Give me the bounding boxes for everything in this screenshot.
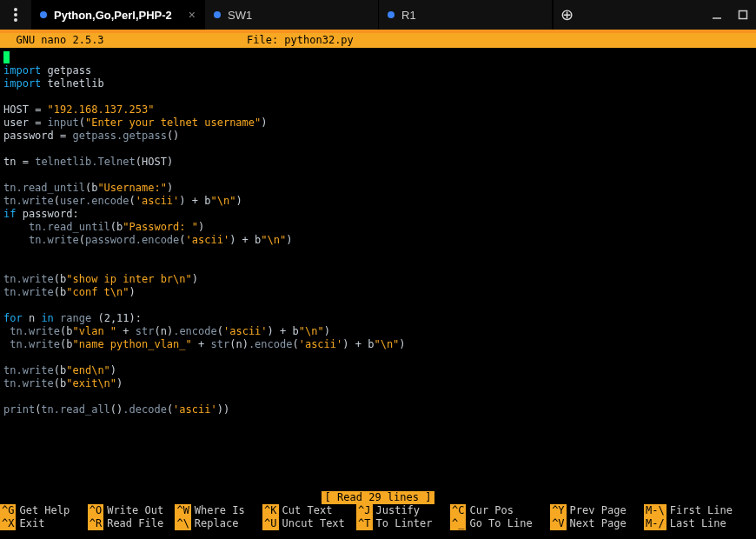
- code-line: if password:: [3, 208, 753, 221]
- shortcut-key: ^O: [88, 504, 103, 517]
- shortcut-label: Prev Page: [567, 504, 640, 516]
- shortcut-cell: ^YPrev Page: [550, 504, 644, 517]
- shortcut-cell: ^XExit: [0, 517, 88, 530]
- window-tabbar: Python,Go,Perl,PHP-2 × SW1 R1 ⊕: [0, 0, 756, 30]
- shortcut-cell: M-/Last Line: [644, 517, 750, 530]
- shortcut-label: Next Page: [567, 517, 640, 529]
- kebab-icon: [14, 8, 17, 22]
- shortcut-label: Get Help: [16, 504, 83, 516]
- code-line: user = input("Enter your telnet username…: [3, 116, 753, 130]
- code-line: tn.write(b"show ip inter br\n"): [3, 273, 753, 286]
- code-line: tn.write(b"conf t\n"): [3, 286, 753, 299]
- minimize-icon: [712, 10, 722, 20]
- nano-status-pill: [ Read 29 lines ]: [322, 491, 435, 504]
- shortcut-key: M-\: [644, 504, 666, 517]
- app-menu-button[interactable]: [0, 0, 31, 30]
- code-line: password = getpass.getpass(): [3, 130, 753, 143]
- maximize-icon: [738, 10, 748, 20]
- code-line: import getpass: [3, 64, 753, 77]
- editor-viewport[interactable]: import getpassimport telnetlib HOST = "1…: [0, 48, 756, 491]
- tab-status-dot-icon: [214, 11, 221, 18]
- bottom-pad: [0, 530, 756, 539]
- code-line: tn.read_until(b"Password: "): [3, 221, 753, 234]
- shortcut-cell: ^WWhere Is: [175, 504, 262, 517]
- new-tab-button[interactable]: ⊕: [554, 0, 580, 30]
- shortcut-label: Go To Line: [466, 517, 547, 529]
- code-line: [3, 143, 753, 156]
- code-line: print(tn.read_all().decode('ascii')): [3, 403, 753, 416]
- shortcut-key: ^U: [262, 517, 278, 530]
- code-line: [3, 51, 753, 64]
- nano-version: GNU nano 2.5.3: [3, 33, 247, 48]
- shortcut-label: Uncut Text: [279, 517, 353, 529]
- code-line: tn.write(password.encode('ascii') + b"\n…: [3, 234, 753, 247]
- code-line: HOST = "192.168.137.253": [3, 103, 753, 116]
- shortcut-key: ^C: [450, 504, 466, 517]
- shortcut-cell: ^KCut Text: [262, 504, 356, 517]
- shortcut-label: Exit: [16, 517, 83, 529]
- shortcut-cell: ^CCur Pos: [450, 504, 550, 517]
- nano-status-line: [ Read 29 lines ]: [0, 491, 756, 504]
- shortcut-key: ^R: [88, 517, 103, 530]
- nano-file-label: File: python32.py: [247, 33, 753, 48]
- svg-point-0: [14, 8, 17, 11]
- shortcut-label: Cur Pos: [466, 504, 547, 516]
- shortcut-label: Cut Text: [279, 504, 353, 516]
- code-line: [3, 247, 753, 260]
- code-line: tn = telnetlib.Telnet(HOST): [3, 156, 753, 169]
- nano-shortcut-bar: ^GGet Help ^OWrite Out ^WWhere Is ^KCut …: [0, 504, 756, 530]
- tab-close-button[interactable]: ×: [183, 8, 196, 22]
- tab-label: Python,Go,Perl,PHP-2: [54, 9, 183, 22]
- tab-status-dot-icon: [388, 11, 395, 18]
- tab-label: SW1: [228, 9, 369, 22]
- code-line: tn.write(b"exit\n"): [3, 377, 753, 390]
- shortcut-key: ^W: [175, 504, 190, 517]
- shortcut-label: Replace: [191, 517, 259, 529]
- code-line: tn.write(b"name python_vlan_" + str(n).e…: [3, 338, 753, 351]
- code-line: tn.read_until(b"Username:"): [3, 182, 753, 195]
- shortcut-key: ^K: [262, 504, 278, 517]
- shortcut-label: Where Is: [191, 504, 259, 516]
- shortcut-key: ^T: [356, 517, 372, 530]
- shortcut-key: ^Y: [550, 504, 566, 517]
- shortcut-key: ^X: [0, 517, 16, 530]
- shortcut-cell: ^VNext Page: [550, 517, 644, 530]
- shortcut-cell: ^_Go To Line: [450, 517, 550, 530]
- svg-rect-4: [739, 11, 747, 19]
- shortcut-cell: M-\First Line: [644, 504, 750, 517]
- shortcut-label: Last Line: [666, 517, 747, 529]
- shortcut-key: ^V: [550, 517, 566, 530]
- shortcut-key: ^J: [356, 504, 372, 517]
- window-maximize-button[interactable]: [730, 0, 756, 30]
- code-line: for n in range (2,11):: [3, 312, 753, 325]
- code-line: [3, 260, 753, 273]
- code-line: tn.write(b"vlan " + str(n).encode('ascii…: [3, 325, 753, 338]
- shortcut-key: M-/: [644, 517, 666, 530]
- shortcut-label: To Linter: [373, 517, 447, 529]
- svg-point-2: [14, 18, 17, 22]
- shortcut-row: ^XExit ^RRead File ^\Replace ^UUncut Tex…: [0, 517, 756, 530]
- code-line: [3, 299, 753, 312]
- shortcut-label: Write Out: [103, 504, 171, 516]
- shortcut-cell: ^RRead File: [88, 517, 176, 530]
- shortcut-row: ^GGet Help ^OWrite Out ^WWhere Is ^KCut …: [0, 504, 756, 517]
- shortcut-cell: ^\Replace: [175, 517, 262, 530]
- shortcut-label: First Line: [666, 504, 747, 516]
- shortcut-key: ^_: [450, 517, 466, 530]
- window-minimize-button[interactable]: [704, 0, 730, 30]
- code-line: [3, 390, 753, 403]
- shortcut-cell: ^JJustify: [356, 504, 450, 517]
- tab-label: R1: [401, 9, 543, 22]
- code-line: [3, 90, 753, 103]
- shortcut-cell: ^TTo Linter: [356, 517, 450, 530]
- shortcut-label: Read File: [103, 517, 171, 529]
- code-line: tn.write(user.encode('ascii') + b"\n"): [3, 195, 753, 208]
- shortcut-cell: ^GGet Help: [0, 504, 88, 517]
- code-line: [3, 169, 753, 182]
- tab-0[interactable]: Python,Go,Perl,PHP-2 ×: [31, 0, 205, 30]
- code-line: import telnetlib: [3, 77, 753, 90]
- tab-1[interactable]: SW1: [205, 0, 379, 30]
- svg-point-1: [14, 13, 17, 17]
- tab-2[interactable]: R1: [379, 0, 553, 30]
- shortcut-key: ^G: [0, 504, 16, 517]
